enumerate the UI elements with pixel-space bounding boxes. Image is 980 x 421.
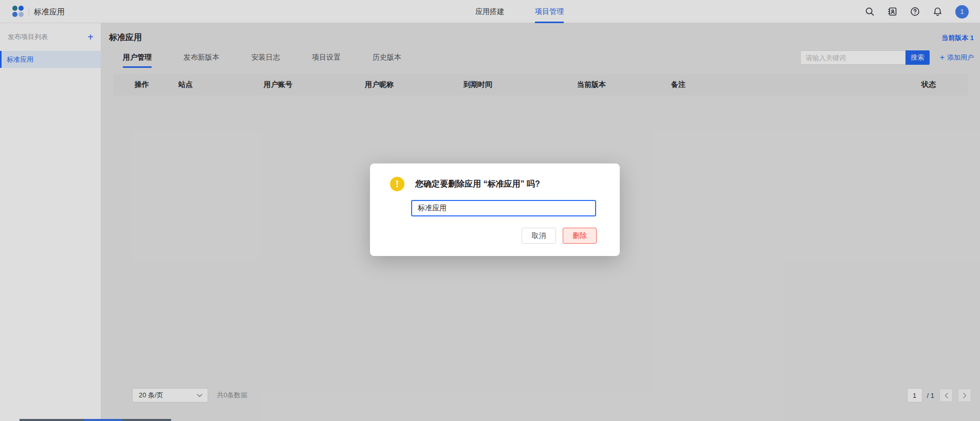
partially-visible-bottom-element [20,419,171,421]
delete-confirm-dialog: ! 您确定要删除应用 “标准应用” 吗? 取消 删除 [370,163,620,256]
dialog-title: 您确定要删除应用 “标准应用” 吗? [415,179,540,190]
cancel-button[interactable]: 取消 [522,228,556,244]
app-window: 标准应用 应用搭建 项目管理 1 发布项目列表 + [0,0,980,421]
delete-button[interactable]: 删除 [563,228,597,244]
warning-icon: ! [390,177,404,191]
confirm-app-name-input[interactable] [411,200,596,216]
